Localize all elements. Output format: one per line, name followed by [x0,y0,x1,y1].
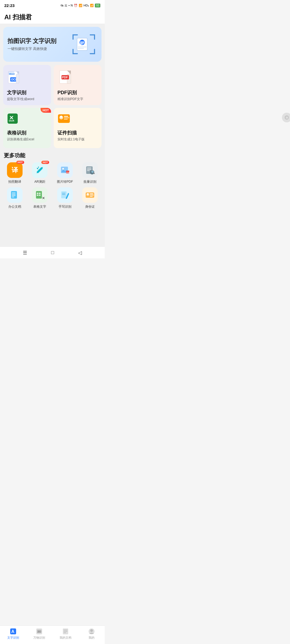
svg-rect-4 [80,44,83,45]
svg-point-33 [62,168,64,170]
pdf-card-subtitle: 精准识别PDF文字 [57,97,83,101]
img2pdf-icon-wrap: PDF [57,162,73,178]
svg-rect-29 [37,168,38,169]
svg-rect-40 [87,170,90,171]
home-gesture-icon: □ [51,250,54,255]
feature-grid: Word OCR 文字识别 提取文字/生成word [3,65,102,148]
svg-rect-43 [11,191,17,199]
pdf-icon-area: PDF [57,69,76,87]
func-item-idcard[interactable]: 身份证 [79,187,102,209]
banner-icon-area [70,32,97,56]
dot-indicator: • [68,4,70,7]
ar-ruler-icon [35,166,44,175]
translate-icon-wrap: 译 HOT [7,162,23,178]
svg-text:✕: ✕ [42,196,45,200]
handwrite-label: 手写识别 [59,204,71,209]
svg-rect-51 [37,195,38,196]
table-icon-area: ✕ OCR [7,112,24,127]
ocr-card-title: 文字识别 [7,89,26,96]
svg-text:OCR: OCR [9,119,15,122]
ar-icon-wrap: HOT [32,162,48,178]
table-icon-svg: ✕ OCR [7,112,24,127]
svg-rect-44 [12,193,16,193]
app-header: AI 扫描君 [0,10,105,24]
svg-rect-60 [90,193,93,194]
ocr-card[interactable]: Word OCR 文字识别 提取文字/生成word [3,65,51,105]
svg-rect-52 [39,195,41,196]
svg-rect-56 [62,194,65,195]
cert-icon-svg [57,112,75,127]
func-item-excel[interactable]: ✕ 表格文字 [28,187,52,209]
table-card-subtitle: 识别表格生成Excel [7,137,34,142]
alarm-icon: ⏰ [74,4,78,7]
cert-card-subtitle: 实时生成1:1电子版 [57,137,85,142]
cert-icon-area [57,112,75,127]
pdf-card-title: PDF识别 [57,89,77,96]
svg-text:🔍: 🔍 [91,170,95,174]
scanner-svg [70,32,97,56]
svg-rect-61 [90,195,94,195]
banner-subtitle: 一键拍摄转文字 高效快捷 [8,46,70,51]
svg-rect-39 [87,169,91,170]
excel-label: 表格文字 [33,204,46,209]
batch-label: 批量识别 [84,180,96,184]
svg-rect-6 [78,48,84,49]
banner-text-area: 拍图识字 文字识别 一键拍摄转文字 高效快捷 [8,37,70,52]
cert-card[interactable]: 证件扫描 实时生成1:1电子版 [54,108,102,148]
img2pdf-label: 图片转PDF [57,180,73,184]
taobao-icon: 🛍 [60,4,63,7]
main-content: 拍图识字 文字识别 一键拍摄转文字 高效快捷 [0,24,105,247]
func-item-img2pdf[interactable]: PDF 图片转PDF [53,162,77,184]
svg-rect-49 [37,193,38,194]
banner-card[interactable]: 拍图识字 文字识别 一键拍摄转文字 高效快捷 [3,27,102,62]
svg-text:PDF: PDF [66,171,70,173]
svg-rect-30 [38,167,39,168]
func-item-translate[interactable]: 译 HOT 拍照翻译 [3,162,26,184]
ar-label: AR测距 [34,180,45,184]
svg-rect-2 [80,42,84,42]
translate-hot-badge: HOT [16,161,24,164]
svg-text:PDF: PDF [62,76,68,79]
excel-icon-wrap: ✕ [32,187,48,203]
idcard-label: 身份证 [85,204,95,209]
svg-rect-55 [62,193,65,193]
func-item-ar[interactable]: HOT AR测距 [28,162,52,184]
status-time: 22:23 [4,3,15,8]
svg-rect-5 [78,47,86,47]
svg-point-59 [87,193,89,195]
batch-icon-wrap: 🔍 [82,162,98,178]
hd-icon: HD₂ [84,4,89,7]
svg-rect-26 [64,118,69,118]
svg-rect-46 [12,195,16,196]
svg-rect-27 [64,119,68,119]
status-bar: 22:23 🛍 云 • N ⏰ 📶 HD₂ 📶 93 [0,0,105,10]
translate-icon: 译 [12,166,18,174]
handwrite-icon-wrap [57,187,73,203]
wifi-icon: 📶 [79,4,82,7]
gesture-nav-bar: ☰ □ ◁ [0,247,105,258]
app-title: AI 扫描君 [4,13,100,21]
excel-icon: ✕ [35,190,45,200]
battery-indicator: 93 [95,3,100,8]
func-item-handwrite[interactable]: 手写识别 [53,187,77,209]
svg-rect-38 [87,168,91,168]
svg-text:Word: Word [9,73,15,75]
func-item-batch[interactable]: 🔍 批量识别 [79,162,102,184]
ocr-icon-area: Word OCR [7,69,26,87]
pdf-card[interactable]: PDF PDF识别 精准识别PDF文字 [54,65,102,105]
svg-rect-13 [16,74,19,83]
svg-line-31 [37,167,43,173]
more-section-title: 更多功能 [4,152,101,159]
signal-icon: 📶 [90,4,94,7]
batch-icon: 🔍 [85,165,95,175]
svg-rect-62 [90,196,93,197]
svg-rect-47 [12,197,14,197]
svg-rect-25 [64,116,68,117]
svg-rect-45 [12,194,16,195]
img2pdf-icon: PDF [60,165,70,175]
handwrite-icon [60,190,70,200]
table-card[interactable]: HOT ✕ OCR 表格识别 识别表格生成Excel [3,108,51,148]
nfc-icon: N [71,4,73,7]
func-item-office[interactable]: 办公文档 [3,187,26,209]
office-icon [10,190,20,200]
